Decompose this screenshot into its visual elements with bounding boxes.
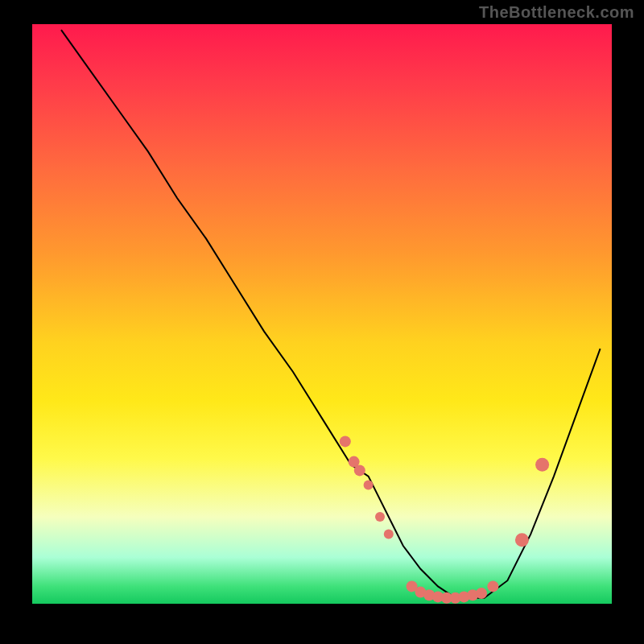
data-point-p18 xyxy=(535,458,549,472)
data-point-p3 xyxy=(354,464,365,476)
data-point-p6 xyxy=(384,530,394,539)
watermark-text: TheBottleneck.com xyxy=(479,3,634,22)
data-point-p16 xyxy=(487,580,498,592)
data-point-p4 xyxy=(364,480,374,489)
data-points-group xyxy=(340,436,549,603)
chart-container: TheBottleneck.com xyxy=(0,0,644,644)
plot-area xyxy=(32,24,612,604)
chart-svg xyxy=(32,24,612,604)
data-point-p15 xyxy=(476,588,487,599)
bottleneck-curve-line xyxy=(61,30,601,598)
data-point-p5 xyxy=(375,512,385,522)
data-point-p17 xyxy=(515,533,529,547)
data-point-p1 xyxy=(340,436,351,447)
